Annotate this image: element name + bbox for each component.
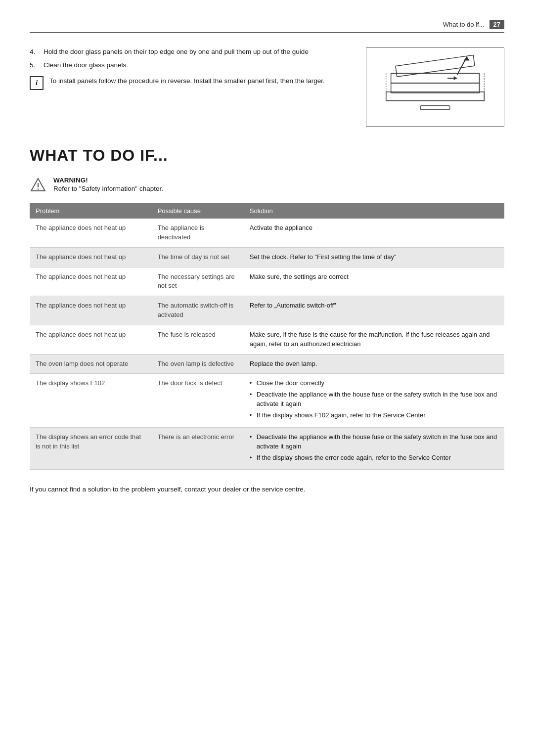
door-diagram-svg <box>371 52 499 122</box>
solution-bullets: Close the door correctlyDeactivate the a… <box>250 379 498 420</box>
warning-icon <box>30 177 46 193</box>
solution-cell: Set the clock. Refer to "First setting t… <box>244 247 504 267</box>
warning-title: WARNING! <box>53 177 163 184</box>
solution-cell: Refer to „Automatic switch-off" <box>244 296 504 325</box>
table-row: The appliance does not heat upThe time o… <box>30 247 504 267</box>
problem-cell: The appliance does not heat up <box>30 267 152 296</box>
solution-bullets: Deactivate the appliance with the house … <box>250 433 498 463</box>
page-header: What to do if... 27 <box>30 20 504 33</box>
svg-rect-1 <box>391 83 480 93</box>
table-row: The oven lamp does not operateThe oven l… <box>30 354 504 374</box>
bullet-item: If the display shows F102 again, refer t… <box>250 411 498 420</box>
cause-cell: The necessary settings are not set <box>152 267 244 296</box>
cause-cell: The door lock is defect <box>152 374 244 427</box>
cause-cell: The automatic switch-off is activated <box>152 296 244 325</box>
bullet-item: Deactivate the appliance with the house … <box>250 433 498 451</box>
svg-point-13 <box>38 188 39 190</box>
col-problem: Problem <box>30 203 152 219</box>
instruction-step-4: 4. Hold the door glass panels on their t… <box>30 47 346 57</box>
instruction-list: 4. Hold the door glass panels on their t… <box>30 47 346 70</box>
info-text: To install panels follow the procedure i… <box>49 76 325 86</box>
solution-cell: Replace the oven lamp. <box>244 354 504 374</box>
instruction-step-5: 5. Clean the door glass panels. <box>30 61 346 70</box>
table-row: The appliance does not heat upThe necess… <box>30 267 504 296</box>
cause-cell: The time of day is not set <box>152 247 244 267</box>
diagram-box <box>366 47 504 127</box>
svg-rect-10 <box>420 106 450 110</box>
step-num: 4. <box>30 47 40 57</box>
problem-cell: The appliance does not heat up <box>30 325 152 354</box>
cause-cell: The oven lamp is defective <box>152 354 244 374</box>
section-label: What to do if... <box>443 21 485 28</box>
svg-rect-2 <box>391 73 480 83</box>
problem-cell: The appliance does not heat up <box>30 219 152 247</box>
troubleshooting-table: Problem Possible cause Solution The appl… <box>30 203 504 470</box>
bullet-item: If the display shows the error code agai… <box>250 453 498 463</box>
solution-cell: Activate the appliance <box>244 219 504 247</box>
footer-note: If you cannot find a solution to the pro… <box>30 485 504 494</box>
bullet-item: Close the door correctly <box>250 379 498 388</box>
svg-marker-5 <box>464 56 470 60</box>
svg-marker-7 <box>454 76 457 80</box>
table-row: The display shows an error code that is … <box>30 427 504 470</box>
problem-cell: The display shows F102 <box>30 374 152 427</box>
solution-cell: Make sure, the settings are correct <box>244 267 504 296</box>
problem-cell: The appliance does not heat up <box>30 247 152 267</box>
cause-cell: There is an electronic error <box>152 427 244 470</box>
warning-desc: Refer to "Safety information" chapter. <box>53 185 163 192</box>
table-row: The appliance does not heat upThe automa… <box>30 296 504 325</box>
page-number: 27 <box>490 20 504 29</box>
cause-cell: The fuse is released <box>152 325 244 354</box>
cause-cell: The appliance is deactivated <box>152 219 244 247</box>
step-num: 5. <box>30 61 40 70</box>
table-row: The display shows F102The door lock is d… <box>30 374 504 427</box>
info-icon: i <box>30 76 44 90</box>
problem-cell: The oven lamp does not operate <box>30 354 152 374</box>
col-solution: Solution <box>244 203 504 219</box>
warning-content: WARNING! Refer to "Safety information" c… <box>53 177 163 192</box>
instructions-left: 4. Hold the door glass panels on their t… <box>30 47 346 127</box>
step-text: Clean the door glass panels. <box>44 61 128 70</box>
problem-cell: The display shows an error code that is … <box>30 427 152 470</box>
section-title: WHAT TO DO IF... <box>30 146 504 165</box>
col-cause: Possible cause <box>152 203 244 219</box>
info-box: i To install panels follow the procedure… <box>30 76 346 90</box>
solution-cell: Close the door correctlyDeactivate the a… <box>244 374 504 427</box>
problem-cell: The appliance does not heat up <box>30 296 152 325</box>
table-header-row: Problem Possible cause Solution <box>30 203 504 219</box>
bullet-item: Deactivate the appliance with the house … <box>250 390 498 409</box>
page: What to do if... 27 4. Hold the door gla… <box>0 0 534 756</box>
solution-cell: Make sure, if the fuse is the cause for … <box>244 325 504 354</box>
warning-block: WARNING! Refer to "Safety information" c… <box>30 177 504 193</box>
solution-cell: Deactivate the appliance with the house … <box>244 427 504 470</box>
step-text: Hold the door glass panels on their top … <box>44 47 309 57</box>
top-section: 4. Hold the door glass panels on their t… <box>30 47 504 127</box>
table-row: The appliance does not heat upThe applia… <box>30 219 504 247</box>
door-diagram <box>366 47 504 127</box>
table-row: The appliance does not heat upThe fuse i… <box>30 325 504 354</box>
